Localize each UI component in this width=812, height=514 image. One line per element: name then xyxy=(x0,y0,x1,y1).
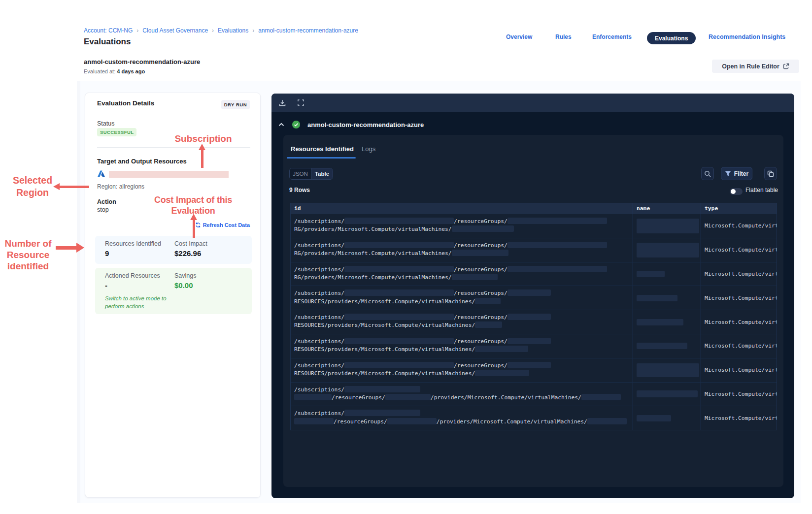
nav-overview[interactable]: Overview xyxy=(506,33,532,40)
breadcrumb-separator: › xyxy=(248,27,258,34)
cell-type: Microsoft.Compute/virtualMachines xyxy=(701,286,777,310)
dry-run-badge: DRY RUN xyxy=(221,100,250,109)
redacted-id-segment xyxy=(581,394,621,400)
column-header-name[interactable]: name xyxy=(633,203,701,214)
status-label: Status xyxy=(97,120,114,127)
nav-rules[interactable]: Rules xyxy=(555,33,572,40)
action-value: stop xyxy=(97,206,109,213)
cell-name xyxy=(633,383,701,406)
fullscreen-icon[interactable] xyxy=(297,99,304,108)
breadcrumb-governance[interactable]: Cloud Asset Governance xyxy=(142,27,208,34)
flatten-table-toggle[interactable] xyxy=(730,188,743,195)
rows-count: 9 Rows xyxy=(289,187,310,193)
refresh-link-label: Refresh Cost Data xyxy=(203,222,250,228)
redacted-id-segment xyxy=(452,225,514,232)
cell-type: Microsoft.Compute/virtualMachines xyxy=(701,262,777,286)
table-row[interactable]: /subscriptions//resourceGroups/RESOURCES… xyxy=(291,310,777,334)
cell-name xyxy=(633,238,701,262)
breadcrumb-account[interactable]: Account: CCM-NG xyxy=(84,27,133,34)
breadcrumb-evaluations[interactable]: Evaluations xyxy=(218,27,248,34)
cell-name xyxy=(633,358,701,382)
copy-button[interactable] xyxy=(764,167,777,180)
redacted-id-segment xyxy=(294,418,334,424)
cell-type: Microsoft.Compute/virtualMachines xyxy=(701,383,777,406)
redacted-id-segment xyxy=(475,346,528,352)
cell-type: Microsoft.Compute/virtualMachines xyxy=(701,334,777,358)
redacted-name-value xyxy=(637,295,677,301)
cell-id: /subscriptions//resourceGroups/RG/provid… xyxy=(291,214,633,238)
table-row[interactable]: /subscriptions//resourceGroups/RG/provid… xyxy=(291,214,777,238)
actioned-resources-label: Actioned Resources xyxy=(105,272,160,279)
redacted-id-segment xyxy=(344,289,454,296)
evaluated-at: Evaluated at: 4 days ago xyxy=(84,68,145,74)
external-link-icon xyxy=(783,63,789,69)
annotation-arrow-cost-impact xyxy=(190,214,197,238)
evaluated-at-value: 4 days ago xyxy=(117,68,145,74)
collapse-chevron-icon[interactable] xyxy=(278,123,284,127)
column-header-id[interactable]: id xyxy=(291,203,633,214)
flatten-table-label: Flatten table xyxy=(745,187,778,193)
toggle-knob xyxy=(731,189,736,194)
tab-resources-identified[interactable]: Resources Identified xyxy=(291,145,354,153)
cost-impact-label: Cost Impact xyxy=(174,240,207,247)
view-json-button[interactable]: JSON xyxy=(290,168,311,179)
table-row[interactable]: /subscriptions//resourceGroups//provider… xyxy=(291,382,777,406)
page-title: Evaluations xyxy=(84,37,131,47)
redacted-name-value xyxy=(637,363,699,377)
download-icon[interactable] xyxy=(278,99,286,109)
filter-label: Filter xyxy=(734,170,748,177)
cell-id: /subscriptions//resourceGroups/RESOURCES… xyxy=(291,310,633,334)
actioned-resources-value: - xyxy=(105,281,107,289)
cell-id: /subscriptions//resourceGroups/RESOURCES… xyxy=(291,358,633,382)
nav-enforcements[interactable]: Enforcements xyxy=(592,33,632,40)
table-row[interactable]: /subscriptions//resourceGroups/RESOURCES… xyxy=(291,286,777,310)
redacted-name-value xyxy=(637,343,687,349)
table-row[interactable]: /subscriptions//resourceGroups/RESOURCES… xyxy=(291,358,777,382)
table-body: /subscriptions//resourceGroups/RG/provid… xyxy=(291,214,777,430)
redacted-id-segment xyxy=(508,242,607,248)
view-table-button[interactable]: Table xyxy=(311,168,333,179)
nav-evaluations[interactable]: Evaluations xyxy=(647,32,696,44)
redacted-subscription-bar xyxy=(109,171,229,178)
action-label: Action xyxy=(97,198,116,205)
table-row[interactable]: /subscriptions//resourceGroups/RESOURCES… xyxy=(291,334,777,358)
cell-name xyxy=(633,406,701,430)
table-row[interactable]: /subscriptions//resourceGroups/RG/provid… xyxy=(291,238,777,262)
results-table: id name type /subscriptions//resourceGro… xyxy=(290,203,777,430)
filter-icon xyxy=(725,171,731,177)
search-button[interactable] xyxy=(701,167,714,180)
annotation-selected-region: SelectedRegion xyxy=(7,174,58,199)
redacted-id-segment xyxy=(508,289,551,296)
breadcrumb-separator: › xyxy=(133,27,142,34)
redacted-id-segment xyxy=(452,250,508,256)
nav-recommendation-insights[interactable]: Recommendation Insights xyxy=(709,33,785,40)
identified-cost-box: Resources Identified Cost Impact 9 $226.… xyxy=(95,236,252,264)
success-check-icon xyxy=(292,121,300,128)
cell-type: Microsoft.Compute/virtualMachines xyxy=(701,358,777,382)
breadcrumb-current[interactable]: anmol-custom-recommendation-azure xyxy=(258,27,358,34)
result-header-row: anmol-custom-recommendation-azure xyxy=(278,121,424,128)
tab-logs[interactable]: Logs xyxy=(362,145,375,153)
cell-name xyxy=(633,286,701,310)
cell-name xyxy=(633,310,701,334)
table-row[interactable]: /subscriptions//resourceGroups/RG/provid… xyxy=(291,262,777,286)
cell-type: Microsoft.Compute/virtualMachines xyxy=(701,214,777,238)
details-title: Evaluation Details xyxy=(97,99,154,107)
divider xyxy=(97,147,250,148)
refresh-cost-data-link[interactable]: Refresh Cost Data xyxy=(195,222,250,228)
open-rule-editor-button[interactable]: Open in Rule Editor xyxy=(712,60,799,73)
redacted-id-segment xyxy=(344,362,454,368)
filter-button[interactable]: Filter xyxy=(721,167,752,180)
redacted-name-value xyxy=(637,243,699,257)
result-title: anmol-custom-recommendation-azure xyxy=(307,121,424,128)
cell-id: /subscriptions//resourceGroups/RESOURCES… xyxy=(291,334,633,358)
redacted-name-value xyxy=(637,319,683,325)
table-row[interactable]: /subscriptions//resourceGroups//provider… xyxy=(291,406,777,430)
redacted-id-segment xyxy=(452,274,498,280)
evaluation-details-card: Evaluation Details DRY RUN Status SUCCES… xyxy=(85,93,261,498)
view-mode-toggle: JSON Table xyxy=(289,168,333,180)
panel-toolbar xyxy=(271,94,794,112)
region-value: Region: allregions xyxy=(97,183,144,190)
column-header-type[interactable]: type xyxy=(701,203,777,214)
redacted-id-segment xyxy=(344,338,454,344)
